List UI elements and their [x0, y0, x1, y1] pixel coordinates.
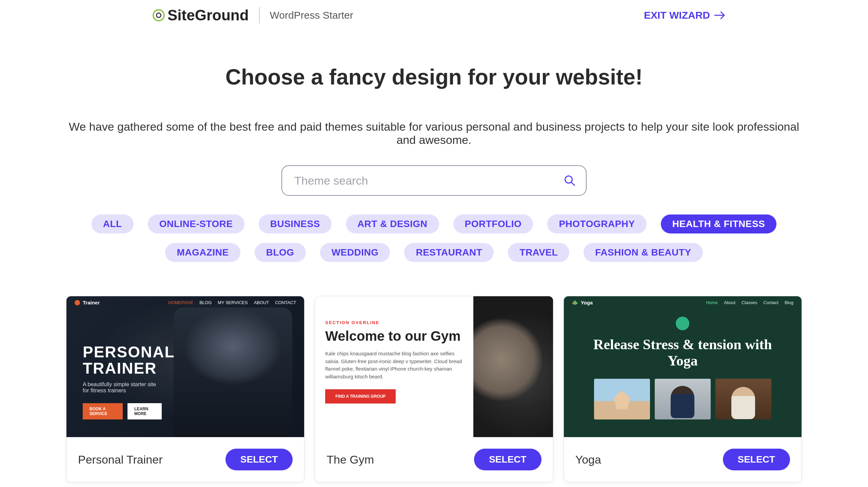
theme-grid: Trainer HOMEPAGE BLOG MY SERVICES ABOUT …: [66, 296, 802, 482]
theme-name: Yoga: [575, 453, 601, 466]
preview-tile: [715, 379, 771, 419]
preview-nav-about: About: [724, 300, 735, 305]
svg-point-1: [565, 176, 572, 183]
preview-nav-contact: CONTACT: [275, 300, 296, 305]
theme-card-yoga: Yoga Home About Classes Contact Blog Rel…: [564, 296, 802, 482]
preview-nav-services: MY SERVICES: [218, 300, 248, 305]
category-pill-portfolio[interactable]: PORTFOLIO: [453, 214, 533, 233]
category-pill-all[interactable]: ALL: [92, 214, 134, 233]
app-name: WordPress Starter: [270, 10, 353, 21]
preview-hero-buttons: BOOK A SERVICE LEARN MORE: [83, 403, 162, 419]
theme-card-footer: Personal Trainer SELECT: [66, 437, 304, 482]
logo-swirl-icon: [153, 9, 165, 21]
preview-btn-learn: LEARN MORE: [127, 403, 162, 419]
preview-brand: Yoga: [572, 300, 593, 305]
arrow-right-icon: [714, 11, 726, 20]
header-left: SiteGround WordPress Starter: [153, 7, 353, 24]
category-pill-business[interactable]: BUSINESS: [259, 214, 332, 233]
category-pill-wedding[interactable]: WEDDING: [320, 243, 390, 262]
preview-tile: [655, 379, 711, 419]
theme-search-input[interactable]: [294, 174, 564, 187]
logo-text: SiteGround: [167, 7, 249, 24]
theme-preview[interactable]: Trainer HOMEPAGE BLOG MY SERVICES ABOUT …: [66, 296, 304, 437]
preview-nav-contact: Contact: [763, 300, 778, 305]
search-icon: [564, 174, 576, 187]
category-filters: ALLONLINE-STOREBUSINESSART & DESIGNPORTF…: [66, 214, 802, 262]
preview-nav-links: HOMEPAGE BLOG MY SERVICES ABOUT CONTACT: [168, 300, 296, 305]
preview-overline: SECTION OVERLINE: [325, 320, 463, 325]
main-content: Choose a fancy design for your website! …: [32, 64, 836, 482]
page-subtitle: We have gathered some of the best free a…: [66, 120, 802, 147]
theme-card-footer: The Gym SELECT: [315, 437, 553, 482]
preview-hero-sub: A beautifully simple starter site for fi…: [83, 381, 162, 394]
preview-brand: Trainer: [75, 300, 100, 305]
exit-wizard-link[interactable]: EXIT WIZARD: [644, 10, 726, 21]
preview-nav-classes: Classes: [742, 300, 757, 305]
preview-hero: PERSONAL TRAINER A beautifully simple st…: [83, 344, 162, 419]
category-pill-fashion-beauty[interactable]: FASHION & BEAUTY: [584, 243, 703, 262]
preview-btn-book: BOOK A SERVICE: [83, 403, 123, 419]
category-pill-art-design[interactable]: ART & DESIGN: [346, 214, 439, 233]
preview-figure: [174, 307, 293, 437]
preview-cta: FIND A TRAINING GROUP: [325, 389, 396, 404]
siteground-logo: SiteGround: [153, 7, 249, 24]
category-pill-restaurant[interactable]: RESTAURANT: [404, 243, 494, 262]
category-pill-travel[interactable]: TRAVEL: [508, 243, 569, 262]
preview-brand-text: Yoga: [581, 300, 593, 305]
preview-hero-title-l2: TRAINER: [83, 359, 157, 377]
theme-card-personal-trainer: Trainer HOMEPAGE BLOG MY SERVICES ABOUT …: [66, 296, 304, 482]
category-pill-blog[interactable]: BLOG: [255, 243, 306, 262]
preview-image: [473, 296, 553, 437]
preview-hero-title-l1: PERSONAL: [83, 343, 175, 361]
theme-preview[interactable]: SECTION OVERLINE Welcome to our Gym Kale…: [315, 296, 553, 437]
preview-nav-homepage: HOMEPAGE: [168, 300, 193, 305]
theme-card-the-gym: SECTION OVERLINE Welcome to our Gym Kale…: [315, 296, 553, 482]
page-title: Choose a fancy design for your website!: [66, 64, 802, 90]
preview-nav-links: Home About Classes Contact Blog: [706, 300, 793, 305]
svg-line-2: [571, 182, 575, 186]
preview-hero-title: PERSONAL TRAINER: [83, 344, 162, 377]
search-wrap: [66, 165, 802, 196]
category-pill-online-store[interactable]: ONLINE-STORE: [148, 214, 244, 233]
select-theme-button[interactable]: SELECT: [723, 449, 790, 470]
preview-tile: [594, 379, 650, 419]
search-box[interactable]: [281, 165, 587, 196]
preview-nav: Yoga Home About Classes Contact Blog: [564, 296, 802, 309]
category-pill-health-fitness[interactable]: HEALTH & FITNESS: [661, 214, 776, 233]
theme-preview[interactable]: Yoga Home About Classes Contact Blog Rel…: [564, 296, 802, 437]
category-pill-photography[interactable]: PHOTOGRAPHY: [547, 214, 646, 233]
select-theme-button[interactable]: SELECT: [474, 449, 541, 470]
preview-badge-icon: [676, 317, 689, 330]
category-pill-magazine[interactable]: MAGAZINE: [165, 243, 240, 262]
preview-left: SECTION OVERLINE Welcome to our Gym Kale…: [315, 296, 473, 437]
preview-tiles: [564, 379, 802, 419]
leaf-icon: [572, 300, 578, 305]
preview-nav-blog: BLOG: [199, 300, 212, 305]
preview-hero-title: Release Stress & tension with Yoga: [564, 336, 802, 369]
exit-wizard-label: EXIT WIZARD: [644, 10, 710, 21]
theme-name: Personal Trainer: [78, 453, 162, 466]
preview-body: Kale chips knausgaard mustache blog fash…: [325, 350, 463, 380]
preview-hero-title: Welcome to our Gym: [325, 329, 463, 344]
preview-brand-text: Trainer: [83, 300, 100, 305]
preview-nav-home: Home: [706, 300, 718, 305]
preview-nav-blog: Blog: [785, 300, 793, 305]
header-divider: [259, 7, 260, 23]
preview-nav-about: ABOUT: [254, 300, 269, 305]
theme-card-footer: Yoga SELECT: [564, 437, 802, 482]
select-theme-button[interactable]: SELECT: [225, 449, 293, 470]
app-header: SiteGround WordPress Starter EXIT WIZARD: [0, 0, 868, 24]
theme-name: The Gym: [327, 453, 374, 466]
preview-nav: Trainer HOMEPAGE BLOG MY SERVICES ABOUT …: [66, 296, 304, 309]
